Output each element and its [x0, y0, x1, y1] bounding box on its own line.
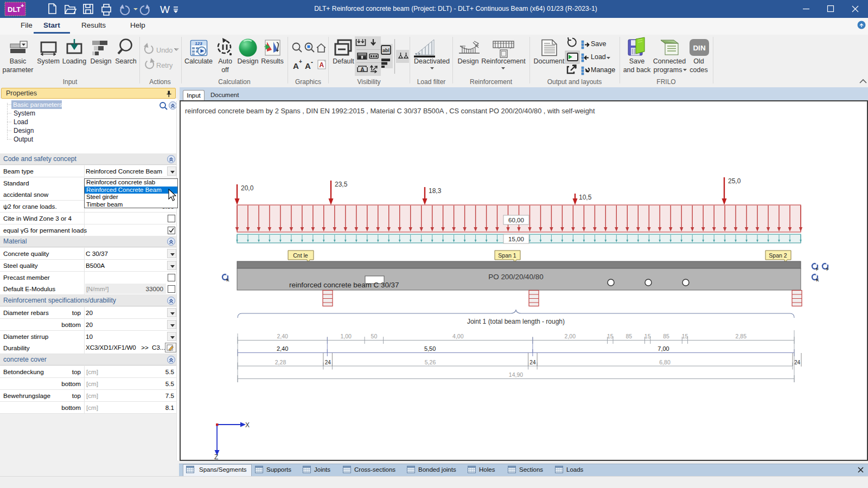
svg-text:Joint 1 (total beam length - r: Joint 1 (total beam length - rough) [467, 318, 565, 325]
svg-text:4,00: 4,00 [452, 333, 464, 339]
svg-text:5,26: 5,26 [425, 359, 436, 365]
svg-text:15: 15 [682, 333, 688, 339]
svg-text:+: + [21, 2, 24, 9]
svg-text:2,85: 2,85 [736, 333, 747, 339]
svg-text:X: X [245, 421, 250, 429]
svg-text:5,50: 5,50 [424, 345, 436, 352]
svg-text:24: 24 [529, 359, 536, 365]
svg-text:10,5: 10,5 [579, 194, 592, 201]
svg-text:Design: Design [91, 57, 112, 65]
svg-text:Graphics: Graphics [295, 78, 321, 86]
svg-text:2,28: 2,28 [275, 359, 286, 365]
svg-text:Connected: Connected [653, 57, 686, 65]
svg-text:Save: Save [591, 40, 607, 48]
svg-text:2,00: 2,00 [565, 333, 576, 339]
svg-text:Old: Old [693, 57, 704, 65]
svg-text:2,40: 2,40 [277, 345, 288, 352]
svg-text:Default: Default [333, 57, 354, 65]
svg-text:K: K [227, 278, 229, 282]
svg-text:off: off [221, 66, 229, 74]
svg-text:System: System [37, 57, 60, 65]
svg-text:15: 15 [607, 333, 614, 339]
svg-text:Calculate: Calculate [184, 57, 213, 65]
svg-text:A: A [360, 66, 365, 73]
svg-text:Results: Results [261, 57, 284, 65]
svg-text:Reinforcement: Reinforcement [470, 78, 513, 86]
svg-text:Reinforcement: Reinforcement [481, 57, 526, 65]
svg-text:-: - [311, 59, 313, 66]
svg-text:FRILO: FRILO [656, 78, 675, 86]
svg-text:Actions: Actions [149, 78, 170, 86]
svg-text:85: 85 [663, 333, 669, 339]
svg-text:Loading: Loading [62, 57, 87, 65]
svg-text:23,5: 23,5 [335, 181, 348, 188]
svg-text:DLT: DLT [8, 5, 21, 14]
svg-text:24: 24 [325, 359, 331, 365]
svg-text:System: System [14, 110, 35, 117]
svg-text:Document: Document [534, 57, 565, 65]
svg-text:Undo: Undo [156, 47, 173, 54]
svg-text:Save: Save [629, 57, 645, 65]
svg-text:Output: Output [14, 136, 34, 143]
svg-text:Design: Design [14, 127, 34, 134]
svg-text:Design: Design [238, 57, 259, 65]
svg-text:and back: and back [623, 66, 651, 74]
svg-text:Search: Search [115, 57, 137, 65]
svg-text:6,80: 6,80 [659, 359, 671, 365]
svg-text:15: 15 [644, 333, 651, 339]
svg-text:50: 50 [371, 333, 378, 339]
svg-text:reinforced concrete beam C 30/: reinforced concrete beam C 30/37 [289, 281, 399, 289]
svg-text:Load: Load [591, 53, 606, 61]
svg-text:Auto: Auto [218, 57, 232, 65]
svg-text:Load: Load [14, 118, 28, 126]
svg-text:15,00: 15,00 [508, 236, 524, 242]
svg-text:K: K [816, 278, 819, 282]
svg-text:A: A [320, 61, 324, 69]
svg-text:codes: codes [690, 66, 707, 74]
svg-text:Calculation: Calculation [218, 78, 250, 86]
svg-text:+: + [299, 59, 302, 65]
svg-text:7,00: 7,00 [658, 345, 669, 352]
svg-text:PO 200/20/40/80: PO 200/20/40/80 [488, 273, 543, 281]
svg-text:parameter: parameter [3, 66, 34, 74]
svg-text:Basic: Basic [10, 57, 27, 65]
svg-text:18,3: 18,3 [429, 187, 442, 195]
svg-text:DIN: DIN [693, 44, 705, 52]
svg-text:Retry: Retry [156, 62, 173, 69]
svg-text:60,00: 60,00 [508, 217, 524, 223]
svg-text:24: 24 [794, 359, 801, 365]
svg-text:Cnt le: Cnt le [293, 252, 308, 259]
svg-text:85: 85 [626, 333, 632, 339]
svg-text:25,0: 25,0 [728, 177, 741, 185]
svg-text:Visibility: Visibility [357, 78, 380, 86]
svg-text:Deactivated: Deactivated [414, 57, 450, 65]
svg-text:reinforced concrete beam by 2: reinforced concrete beam by 2 Spans , DI… [185, 107, 595, 115]
svg-text:abl: abl [382, 48, 390, 53]
svg-text:F: F [816, 267, 819, 271]
svg-text:2,40: 2,40 [277, 333, 288, 339]
svg-text:Span 2: Span 2 [769, 252, 787, 259]
svg-text:Manage: Manage [591, 66, 615, 74]
svg-text:1,00: 1,00 [340, 333, 352, 339]
svg-text:A: A [305, 61, 311, 70]
svg-text:Input: Input [63, 78, 78, 86]
svg-text:Span 1: Span 1 [498, 252, 516, 259]
svg-text:Output and layouts: Output and layouts [547, 78, 602, 86]
svg-text:A: A [293, 61, 299, 70]
svg-text:Load filter: Load filter [417, 78, 446, 86]
svg-text:14,90: 14,90 [509, 371, 523, 378]
svg-text:F: F [827, 267, 829, 271]
svg-text:20,0: 20,0 [241, 184, 254, 192]
svg-text:Basic parameters: Basic parameters [13, 101, 62, 108]
svg-text:Design: Design [458, 57, 479, 65]
svg-text:123: 123 [195, 41, 202, 46]
svg-text:programs: programs [654, 66, 682, 74]
svg-text:Z: Z [214, 453, 218, 461]
